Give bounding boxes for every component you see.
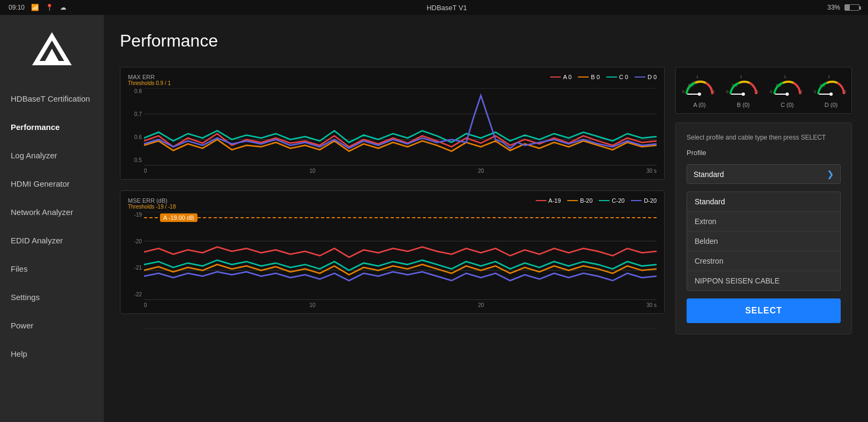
max-err-title: MAX ERR — [128, 74, 171, 80]
svg-text:1: 1 — [740, 75, 742, 79]
app-wrapper: HDBaseT Certification Performance Log An… — [0, 15, 868, 422]
main-content: Performance MAX ERR Thresholds 0.9 / 1 — [104, 15, 868, 422]
mse-err-canvas: -19 -20 -21 -22 A -19.00 dB — [128, 212, 657, 308]
gauge-a-svg: 0 1 3 0.9 — [680, 73, 719, 99]
mse-err-svg — [144, 212, 657, 329]
logo-area — [0, 20, 104, 85]
gauge-b-label: B (0) — [737, 102, 750, 108]
selected-profile-text: Standard — [694, 170, 724, 179]
svg-point-35 — [829, 93, 833, 96]
gauge-b: 0 1 3 0.9 B (0) — [724, 73, 763, 108]
mse-legend-d: D-20 — [631, 197, 657, 204]
dropdown-arrow-icon: ❯ — [827, 169, 834, 179]
svg-text:0: 0 — [814, 90, 816, 94]
svg-text:0: 0 — [682, 90, 684, 94]
svg-marker-1 — [44, 49, 60, 63]
gauge-a: 0 1 3 0.9 — [680, 73, 719, 108]
profile-instruction: Select profile and cable type then press… — [687, 134, 841, 141]
profile-options-list: Standard Extron Belden Crestron NIPPON S — [687, 191, 841, 291]
mse-legend-b: B-20 — [567, 197, 592, 204]
cloud-icon: ☁ — [60, 4, 66, 11]
bluetooth-icon: 📍 — [45, 4, 54, 11]
charts-area: MAX ERR Thresholds 0.9 / 1 A 0 B 0 — [120, 67, 852, 334]
legend-c: C 0 — [606, 74, 628, 80]
profile-dropdown[interactable]: Standard ❯ — [687, 164, 841, 184]
gauges-panel: 0 1 3 0.9 — [675, 67, 852, 334]
gauge-c-label: C (0) — [781, 102, 794, 108]
mse-err-x-axis: 0 10 20 30 s — [144, 302, 657, 308]
max-err-canvas: 0.8 0.7 0.6 0.5 — [128, 88, 657, 174]
sidebar: HDBaseT Certification Performance Log An… — [0, 15, 104, 422]
battery-percentage: 33% — [827, 4, 840, 11]
svg-point-23 — [742, 93, 745, 96]
sidebar-item-help[interactable]: Help — [0, 340, 104, 368]
gauge-c-svg: 0 1 3 0.9 — [768, 73, 806, 99]
mse-err-title: MSE ERR (dB) — [128, 197, 176, 204]
mse-err-y-axis: -19 -20 -21 -22 — [128, 212, 144, 297]
svg-point-29 — [786, 93, 789, 96]
sidebar-item-network-analyzer[interactable]: Network Analyzer — [0, 198, 104, 226]
svg-point-17 — [698, 93, 701, 96]
profile-option-belden[interactable]: Belden — [687, 232, 840, 251]
gauge-c: 0 1 3 0.9 C (0) — [768, 73, 806, 108]
profile-panel: Select profile and cable type then press… — [675, 122, 852, 334]
sidebar-item-hdmi-generator[interactable]: HDMI Generator — [0, 170, 104, 198]
mse-err-chart: MSE ERR (dB) Thresholds -19 / -18 A-19 B… — [120, 190, 665, 314]
sidebar-item-power[interactable]: Power — [0, 311, 104, 340]
status-bar: 09:10 📶 📍 ☁ HDBaseT V1 33% — [0, 0, 868, 15]
max-err-svg — [144, 88, 657, 191]
select-button[interactable]: SELECT — [687, 298, 841, 323]
max-err-y-axis: 0.8 0.7 0.6 0.5 — [128, 88, 144, 163]
max-err-x-axis: 0 10 20 30 s — [144, 168, 657, 174]
legend-d: D 0 — [635, 74, 657, 80]
svg-text:1: 1 — [784, 75, 786, 79]
svg-text:1: 1 — [696, 75, 698, 79]
svg-text:0: 0 — [770, 90, 772, 94]
page-title: Performance — [120, 31, 852, 51]
profile-label: Profile — [687, 149, 841, 157]
profile-option-nippon[interactable]: NIPPON SEISEN CABLE — [687, 271, 840, 290]
gauges-row: 0 1 3 0.9 — [675, 67, 852, 114]
gauge-d: 0 1 3 0.9 D (0) — [812, 73, 850, 108]
max-err-threshold: Thresholds 0.9 / 1 — [128, 80, 171, 86]
gauge-d-label: D (0) — [825, 102, 837, 108]
max-err-legend: A 0 B 0 C 0 — [550, 74, 657, 80]
svg-text:0: 0 — [726, 90, 728, 94]
sidebar-item-files[interactable]: Files — [0, 255, 104, 283]
device-name: HDBaseT V1 — [427, 4, 467, 12]
profile-option-crestron[interactable]: Crestron — [687, 251, 840, 271]
wifi-icon: 📶 — [31, 4, 39, 11]
gauge-b-svg: 0 1 3 0.9 — [724, 73, 763, 99]
mse-err-legend: A-19 B-20 C-20 — [536, 197, 657, 204]
app-logo — [31, 31, 73, 68]
mse-legend-a: A-19 — [536, 197, 561, 204]
sidebar-item-edid-analyzer[interactable]: EDID Analyzer — [0, 226, 104, 255]
profile-option-standard[interactable]: Standard — [687, 192, 840, 212]
max-err-chart: MAX ERR Thresholds 0.9 / 1 A 0 B 0 — [120, 67, 665, 180]
legend-b: B 0 — [578, 74, 600, 80]
mse-err-threshold: Thresholds -19 / -18 — [128, 204, 176, 210]
charts-left: MAX ERR Thresholds 0.9 / 1 A 0 B 0 — [120, 67, 665, 334]
sidebar-item-hdbaset-cert[interactable]: HDBaseT Certification — [0, 85, 104, 113]
sidebar-item-log-analyzer[interactable]: Log Analyzer — [0, 141, 104, 170]
mse-legend-c: C-20 — [599, 197, 625, 204]
profile-option-extron[interactable]: Extron — [687, 212, 840, 232]
battery-indicator — [844, 4, 859, 11]
time-display: 09:10 — [9, 4, 25, 11]
sidebar-item-settings[interactable]: Settings — [0, 283, 104, 311]
svg-text:1: 1 — [828, 75, 830, 79]
sidebar-item-performance[interactable]: Performance — [0, 113, 104, 141]
legend-a: A 0 — [550, 74, 572, 80]
gauge-a-label: A (0) — [693, 102, 705, 108]
gauge-d-svg: 0 1 3 0.9 — [812, 73, 850, 99]
